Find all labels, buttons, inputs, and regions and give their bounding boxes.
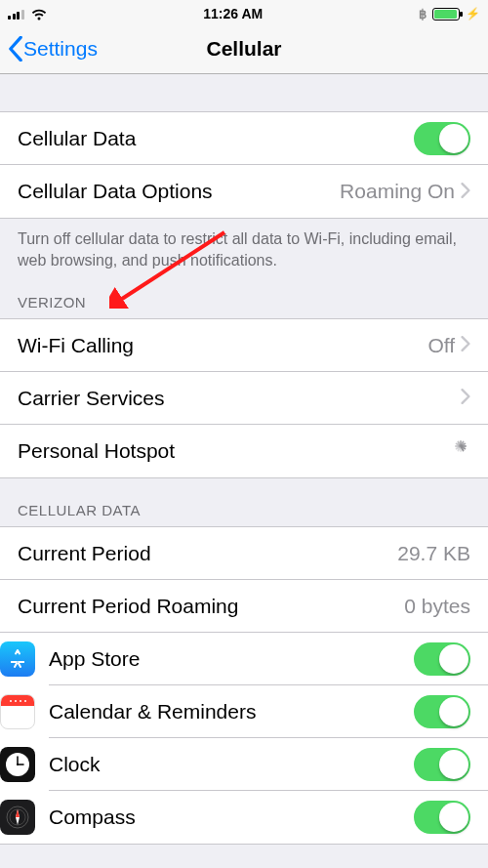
cellular-data-row[interactable]: Cellular Data (0, 112, 488, 165)
cellular-signal-icon (8, 8, 24, 20)
app-toggle[interactable] (414, 642, 470, 676)
chevron-left-icon (8, 36, 23, 62)
clock-icon (0, 747, 35, 782)
app-label: App Store (49, 647, 414, 671)
app-toggle[interactable] (414, 748, 470, 781)
app-label: Clock (49, 753, 414, 776)
wifi-icon (30, 8, 48, 21)
loading-spinner-icon (449, 440, 470, 462)
svg-point-2 (17, 650, 19, 652)
wifi-calling-row[interactable]: Wi-Fi Calling Off (0, 319, 488, 372)
current-period-row: Current Period 29.7 KB (0, 527, 488, 580)
calendar-reminders-row[interactable]: Calendar & Reminders (0, 685, 488, 738)
current-period-roaming-row: Current Period Roaming 0 bytes (0, 580, 488, 633)
app-label: Compass (49, 806, 414, 829)
chevron-right-icon (461, 334, 470, 356)
cellular-data-options-row[interactable]: Cellular Data Options Roaming On (0, 165, 488, 218)
nav-bar: Settings Cellular (0, 23, 488, 74)
cellular-data-options-detail: Roaming On (340, 180, 455, 203)
svg-point-6 (17, 764, 19, 765)
page-title: Cellular (206, 37, 281, 61)
roaming-value: 0 bytes (404, 595, 470, 618)
compass-icon (0, 800, 35, 835)
calendar-icon (0, 694, 35, 729)
cellular-data-options-label: Cellular Data Options (18, 180, 340, 203)
app-label: Calendar & Reminders (49, 700, 414, 723)
battery-icon (432, 8, 460, 21)
app-toggle[interactable] (414, 801, 470, 834)
charging-icon: ⚡ (466, 7, 480, 21)
carrier-group: Wi-Fi Calling Off Carrier Services Perso… (0, 318, 488, 478)
personal-hotspot-row[interactable]: Personal Hotspot (0, 425, 488, 477)
cellular-data-toggle[interactable] (414, 122, 470, 155)
carrier-services-label: Carrier Services (18, 387, 461, 410)
usage-section-header: CELLULAR DATA (0, 478, 488, 526)
status-time: 11:26 AM (203, 6, 263, 21)
app-toggle[interactable] (414, 695, 470, 728)
clock-row[interactable]: Clock (0, 738, 488, 791)
svg-point-1 (22, 661, 24, 663)
back-label: Settings (23, 37, 98, 61)
bluetooth-icon: ฿ (419, 7, 427, 21)
compass-row[interactable]: Compass (0, 791, 488, 844)
svg-point-0 (11, 661, 13, 663)
carrier-section-header: VERIZON (0, 270, 488, 318)
chevron-right-icon (461, 181, 470, 203)
status-bar: 11:26 AM ฿ ⚡ (0, 0, 488, 23)
wifi-calling-label: Wi-Fi Calling (18, 334, 427, 357)
carrier-services-row[interactable]: Carrier Services (0, 372, 488, 425)
current-period-value: 29.7 KB (397, 542, 470, 565)
personal-hotspot-label: Personal Hotspot (18, 439, 449, 463)
usage-group: Current Period 29.7 KB Current Period Ro… (0, 526, 488, 845)
cellular-data-group: Cellular Data Cellular Data Options Roam… (0, 111, 488, 219)
cellular-data-label: Cellular Data (18, 127, 414, 150)
app-store-icon (0, 641, 35, 677)
back-button[interactable]: Settings (8, 36, 98, 62)
chevron-right-icon (461, 387, 470, 409)
current-period-label: Current Period (18, 542, 397, 565)
roaming-label: Current Period Roaming (18, 595, 404, 618)
cellular-data-footer: Turn off cellular data to restrict all d… (0, 219, 488, 270)
app-store-row[interactable]: App Store (0, 633, 488, 685)
wifi-calling-detail: Off (427, 334, 455, 357)
